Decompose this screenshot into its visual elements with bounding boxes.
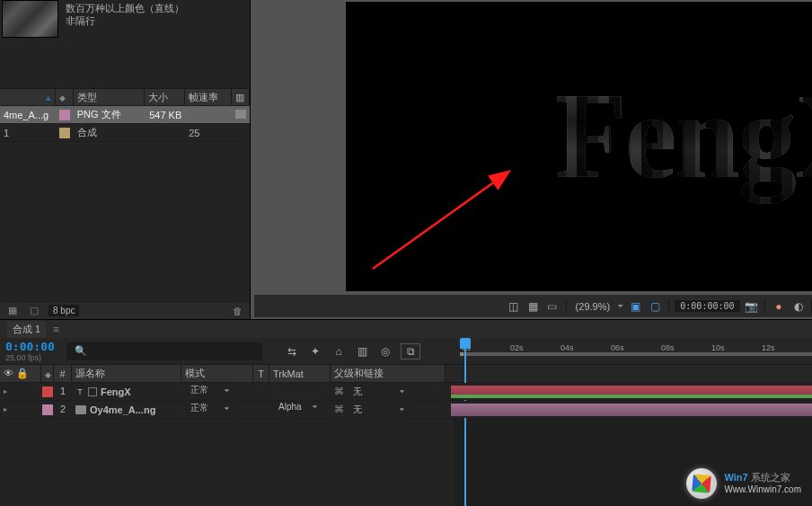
type-column[interactable]: 类型 [74, 89, 146, 105]
show-safe-zones-icon[interactable]: ▣ [628, 298, 644, 315]
project-item-preview: 数百万种以上颜色（直线） 非隔行 [0, 0, 250, 43]
zoom-level[interactable]: (29.9%) [572, 301, 614, 312]
parent-dropdown[interactable]: 无 [348, 385, 410, 399]
trkmat-dropdown[interactable]: Alpha [273, 401, 323, 413]
framerate-column[interactable]: 帧速率 [185, 89, 232, 105]
watermark: Win7 系统之家 Www.Winwin7.com [686, 468, 801, 499]
hide-shy-layers-icon[interactable]: ⌂ [331, 343, 347, 360]
interpret-footage-icon[interactable]: ▦ [5, 304, 20, 318]
always-preview-icon[interactable]: ◫ [506, 298, 522, 315]
solo-icon[interactable] [88, 387, 97, 396]
color-management-icon[interactable]: ◐ [790, 298, 807, 315]
preview-masked-text: FengX [555, 65, 812, 207]
size-column[interactable]: 大小 [145, 89, 185, 105]
source-name-column[interactable]: 源名称 [72, 365, 181, 382]
project-items-list[interactable]: ▴ 类型 大小 帧速率 ▥ 4me_A...g PNG 文件 547 KB 1 … [0, 88, 250, 301]
layer-row[interactable]: ▸ 2 Oy4me_A...ng 正常 Alpha ⌘ 无 [0, 401, 812, 419]
show-grid-icon[interactable]: ▢ [648, 298, 664, 315]
layer-row[interactable]: ▸ 1 T FengX 正常 ⌘ 无 [0, 383, 812, 401]
blend-mode-dropdown[interactable]: 正常 [185, 401, 235, 415]
timeline-search-input[interactable] [66, 342, 262, 360]
visibility-column[interactable]: 👁 🔒 [0, 365, 41, 382]
preserve-transparency-column[interactable]: T [253, 365, 269, 382]
draft-3d-icon[interactable]: ✦ [307, 343, 323, 360]
watermark-suffix: 系统之家 [748, 472, 790, 483]
project-item-row[interactable]: 4me_A...g PNG 文件 547 KB [0, 106, 250, 124]
index-column[interactable]: # [54, 365, 72, 382]
layer-index: 1 [54, 383, 72, 400]
preserve-transparency-toggle[interactable] [253, 401, 269, 418]
project-columns-header[interactable]: ▴ 类型 大小 帧速率 ▥ [0, 88, 250, 106]
windows-logo-icon [686, 468, 717, 499]
item-size: 547 KB [145, 110, 185, 120]
inpoint-column[interactable]: ▥ [232, 89, 250, 105]
project-panel: 数百万种以上颜色（直线） 非隔行 ▴ 类型 大小 帧速率 ▥ 4me_A...g… [0, 0, 250, 319]
transparency-grid-icon[interactable]: ▦ [525, 298, 541, 315]
name-column-sort[interactable]: ▴ [0, 89, 56, 105]
timeline-column-headers[interactable]: 👁 🔒 # 源名称 模式 T TrkMat 父级和链接 [0, 365, 812, 383]
project-item-row[interactable]: 1 合成 25 [0, 124, 250, 142]
item-name[interactable]: 1 [0, 128, 56, 138]
layer-name[interactable]: Oy4me_A...ng [90, 404, 155, 415]
graph-editor-icon[interactable]: ⧉ [401, 343, 420, 360]
mask-visibility-icon[interactable]: ▭ [544, 298, 560, 315]
project-footer: ▦ ▢ 8 bpc 🗑 [0, 301, 250, 319]
pickwhip-icon[interactable]: ⌘ [334, 386, 344, 397]
layer-index: 2 [54, 401, 72, 418]
composition-viewer[interactable]: FengX [346, 2, 812, 291]
comp-mini-flowchart-icon[interactable]: ⇆ [284, 343, 300, 360]
new-folder-icon[interactable]: ▢ [27, 304, 41, 318]
project-bpc[interactable]: 8 bpc [49, 305, 79, 316]
show-channel-icon[interactable]: ● [771, 298, 787, 315]
item-type: 合成 [74, 126, 146, 139]
fps-display: 25.00 fps) [5, 353, 57, 362]
item-label [56, 110, 74, 120]
tab-menu-icon[interactable]: ≡ [53, 324, 58, 334]
twirl-icon[interactable]: ▸ [4, 405, 11, 413]
motion-blur-icon[interactable]: ◎ [377, 343, 393, 360]
blend-mode-dropdown[interactable]: 正常 [185, 383, 235, 397]
layer-name[interactable]: FengX [101, 386, 131, 397]
snapshot-icon[interactable]: 📷 [744, 298, 760, 315]
footage-thumbnail[interactable] [2, 0, 58, 38]
twirl-icon[interactable]: ▸ [4, 387, 11, 395]
layer-duration-bar[interactable] [446, 401, 812, 418]
current-time-display[interactable]: 0:00:00 [5, 340, 57, 353]
viewer-timecode[interactable]: 0:00:00:00 [675, 300, 739, 312]
layer-label-swatch[interactable] [42, 404, 53, 415]
trkmat-column[interactable]: TrkMat [269, 365, 331, 382]
current-time-indicator[interactable] [460, 338, 472, 365]
footage-info-line2: 非隔行 [66, 14, 184, 27]
composition-preview-panel: FengX ◫ ▦ ▭ (29.9%) ⏷ ▣ ▢ 0:00:00:00 📷 [250, 0, 812, 319]
parent-dropdown[interactable]: 无 [348, 403, 410, 417]
label-column[interactable] [41, 365, 54, 382]
watermark-url: Www.Winwin7.com [724, 484, 801, 495]
item-label [56, 128, 74, 138]
item-name[interactable]: 4me_A...g [0, 110, 56, 120]
parent-link-column[interactable]: 父级和链接 [331, 365, 446, 382]
item-framerate: 25 [185, 128, 232, 138]
frame-blend-icon[interactable]: ▥ [354, 343, 370, 360]
footage-layer-icon [75, 405, 86, 414]
time-ruler[interactable]: 0s 02s 04s 06s 08s 10s 12s [455, 338, 812, 364]
svg-line-1 [373, 173, 508, 269]
composition-tab[interactable]: 合成 1 [7, 321, 46, 338]
annotation-arrow [364, 165, 525, 273]
footage-info-line1: 数百万种以上颜色（直线） [66, 2, 184, 14]
item-type: PNG 文件 [74, 108, 146, 121]
label-column[interactable] [56, 89, 74, 105]
mode-column[interactable]: 模式 [181, 365, 253, 382]
pickwhip-icon[interactable]: ⌘ [334, 404, 344, 415]
layer-duration-bar[interactable] [446, 383, 812, 400]
item-inpoint [232, 110, 250, 120]
watermark-brand: Win7 [724, 472, 747, 483]
trash-icon[interactable]: 🗑 [230, 304, 244, 318]
viewer-toolbar: ◫ ▦ ▭ (29.9%) ⏷ ▣ ▢ 0:00:00:00 📷 ● ◐ (三分… [254, 295, 812, 317]
text-layer-icon: T [75, 387, 84, 396]
layer-label-swatch[interactable] [42, 386, 53, 397]
